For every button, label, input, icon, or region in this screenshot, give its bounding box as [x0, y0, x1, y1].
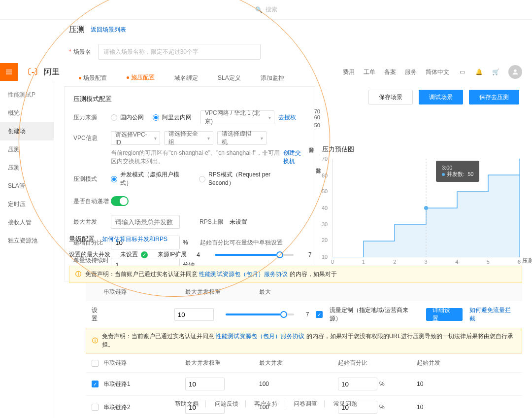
sidebar-title: 性能测试P	[0, 86, 54, 104]
avoid-link[interactable]: 如何避免流量拦截	[469, 306, 516, 323]
footer-faq[interactable]: 常见问题	[327, 400, 364, 407]
slider-max: 7	[308, 251, 312, 258]
info-icon: ⓘ	[75, 270, 81, 279]
traffic-label: 流量定制（指定地域/运营商来源）	[330, 306, 419, 323]
nav-service[interactable]: 服务	[405, 68, 417, 76]
sidebar-item-sla[interactable]: SLA管	[0, 177, 54, 195]
tab-pressure[interactable]: 施压配置	[117, 69, 165, 88]
sidebar-item-test1[interactable]: 压测	[0, 140, 54, 159]
sidebar-item-sched[interactable]: 定时压	[0, 195, 54, 213]
disclaimer-1: ⓘ 免责声明：当前账户已通过实名认证并同意 性能测试资源包（包月）服务协议 的内…	[69, 266, 522, 283]
pct-input[interactable]	[338, 378, 377, 390]
rps-val: 未设置	[230, 218, 247, 226]
sidebar-item-create[interactable]: 创建场	[0, 122, 54, 140]
debug-button[interactable]: 调试场景	[419, 90, 463, 104]
sidebar-item-overview[interactable]: 概览	[0, 104, 54, 122]
traffic-checkbox[interactable]: ✓	[316, 311, 323, 318]
footer-docs[interactable]: 帮助文档	[168, 400, 206, 407]
tt-time: 3:00	[442, 165, 473, 171]
qty-title: 量级配置	[69, 235, 95, 244]
create-switch-link[interactable]: 创建交换机	[283, 149, 306, 166]
avatar[interactable]	[508, 65, 522, 79]
back-link[interactable]: 返回场景列表	[91, 26, 126, 34]
tabs: 场景配置 施压配置 域名绑定 SLA定义 添加监控	[69, 69, 325, 88]
vpc-region-select[interactable]: VPC网络 / 华北 1 (北京)	[200, 110, 274, 124]
tt-val: 50	[467, 171, 473, 177]
auto-toggle[interactable]	[111, 196, 129, 206]
mode-label: 压测模式	[73, 175, 111, 183]
tab-scene[interactable]: 场景配置	[69, 69, 117, 88]
radio-concurrent[interactable]: 并发模式（虚拟用户模式）	[111, 171, 190, 187]
sec-group-select[interactable]: 请选择安全组	[164, 131, 213, 145]
max-label: 最大并发	[73, 218, 111, 226]
sidebar-item-recv[interactable]: 接收人管	[0, 213, 54, 232]
mid-h2: 最大并发权重	[185, 288, 259, 296]
footer-survey[interactable]: 问卷调查	[287, 400, 325, 407]
row-checkbox[interactable]: ✓	[92, 381, 99, 387]
row-start: 10	[417, 381, 476, 387]
qty-max-val: 未设置✓	[120, 250, 148, 259]
footer-links: 帮助文档 问题反馈 客户支持 问卷调查 常见问题	[0, 400, 532, 408]
ip-slider[interactable]	[215, 254, 294, 256]
left-y-fragment: 706050	[314, 108, 320, 128]
radio-intranet[interactable]: 阿里云内网	[153, 113, 192, 122]
scene-name-input[interactable]	[98, 44, 261, 60]
mid-input[interactable]	[174, 308, 214, 321]
sidebar-item-test2[interactable]: 压测	[0, 159, 54, 177]
agreement-link-2[interactable]: 性能测试资源包（包月）服务协议	[216, 333, 304, 340]
top-search: 🔍 搜索	[0, 0, 532, 20]
svg-point-3	[514, 70, 516, 72]
vpcinfo-label: VPC信息	[73, 134, 111, 142]
link-table-section: 串联链路 最大并发权重 最大 设置 7 ✓ 流量定制（指定地域/运营商来源） 详…	[86, 283, 522, 418]
vm-select[interactable]: 请选择虚拟机	[217, 131, 266, 145]
cfg-title: 压测模式配置	[73, 95, 306, 104]
row-max: 100	[259, 381, 338, 387]
mid-slider[interactable]	[226, 314, 294, 315]
quantity-section: 量级配置 如何估算目标并发和RPS 设置的最大并发 未设置✓ 来源IP扩展 4 …	[69, 235, 522, 283]
save-button[interactable]: 保存场景	[368, 90, 413, 104]
mid-h1: 串联链路	[92, 288, 185, 296]
cart-icon[interactable]: 🛒	[492, 68, 499, 76]
ip-ext-label: 来源IP扩展	[158, 250, 187, 259]
nav-icp[interactable]: 备案	[384, 68, 396, 76]
tab-domain[interactable]: 域名绑定	[165, 69, 208, 88]
check-icon: ✓	[141, 251, 148, 258]
radio-rps[interactable]: RPS模式（Request per Second）	[199, 171, 297, 187]
svg-point-5	[424, 206, 428, 210]
footer-feedback[interactable]: 问题反馈	[208, 400, 246, 407]
qty-help-link[interactable]: 如何估算目标并发和RPS	[102, 236, 167, 243]
row-name: 串联链路1	[103, 380, 131, 388]
disclaimer-2: ⓘ 免责声明：当前账户已通过实名认证并同意 性能测试资源包（包月）服务协议 的内…	[86, 328, 522, 353]
bell-icon[interactable]: 🔔	[475, 68, 483, 76]
tab-sla[interactable]: SLA定义	[208, 69, 251, 88]
footer-support[interactable]: 客户支持	[247, 400, 285, 407]
scene-name-label: 场景名	[73, 48, 98, 56]
qty-max-label: 设置的最大并发	[69, 250, 110, 259]
nav-lang[interactable]: 简体中文	[426, 68, 449, 76]
nav-fee[interactable]: 费用	[343, 68, 355, 76]
agreement-link-1[interactable]: 性能测试资源包（包月）服务协议	[199, 271, 288, 278]
mid-row: 设置 7 ✓ 流量定制（指定地域/运营商来源） 详细设置 如何避免流量拦截	[86, 301, 522, 328]
set-label: 设置	[92, 306, 103, 323]
menu-button[interactable]	[0, 63, 18, 81]
check-all[interactable]	[92, 360, 99, 367]
sidebar-item-pool[interactable]: 独立资源池	[0, 232, 54, 250]
chart-tooltip: 3:00 并发数: 50	[436, 161, 479, 182]
go-button[interactable]: 保存去压测	[469, 90, 519, 104]
search-icon: 🔍	[255, 6, 263, 13]
radio-public[interactable]: 国内公网	[111, 113, 144, 122]
max-input[interactable]	[111, 215, 180, 229]
header-right: 费用 工单 备案 服务 简体中文 ▭ 🔔 🛒	[343, 65, 532, 79]
search-placeholder: 搜索	[266, 5, 277, 14]
console-icon[interactable]: ▭	[458, 68, 466, 76]
mid-h3: 最大	[259, 288, 338, 296]
mid-slider-max: 7	[306, 311, 309, 318]
nav-ticket[interactable]: 工单	[364, 68, 375, 76]
detail-button[interactable]: 详细设置	[426, 308, 463, 321]
tt-series: 并发数:	[447, 171, 465, 177]
tab-monitor[interactable]: 添加监控	[251, 69, 294, 88]
weight-input[interactable]	[185, 378, 225, 390]
vpc-id-select[interactable]: 请选择VPC-ID	[111, 131, 160, 145]
slider-min: 4	[197, 251, 200, 258]
auth-link[interactable]: 去授权	[278, 113, 296, 122]
